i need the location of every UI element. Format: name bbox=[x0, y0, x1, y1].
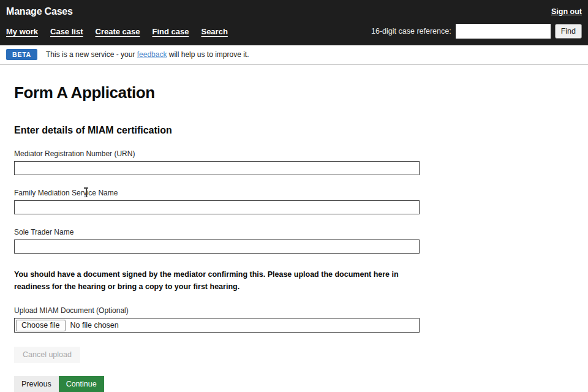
phase-banner-text: This is a new service - your feedback wi… bbox=[46, 50, 249, 59]
main-nav: My work Case list Create case Find case … bbox=[6, 27, 228, 36]
nav-item-search[interactable]: Search bbox=[201, 27, 227, 36]
miam-document-file-input[interactable]: Choose file No file chosen bbox=[14, 318, 420, 333]
upload-note: You should have a document signed by the… bbox=[14, 268, 423, 293]
phase-text-before: This is a new service - your bbox=[46, 50, 137, 59]
previous-button[interactable]: Previous bbox=[14, 376, 59, 392]
phase-text-after: will help us to improve it. bbox=[167, 50, 249, 59]
nav-item-case-list[interactable]: Case list bbox=[50, 27, 83, 36]
choose-file-button[interactable]: Choose file bbox=[16, 320, 66, 331]
case-reference-label: 16-digit case reference: bbox=[371, 27, 451, 36]
family-mediation-service-name-label: Family Mediation Service Name bbox=[14, 189, 420, 197]
form-navigation-buttons: Previous Continue bbox=[14, 376, 588, 392]
continue-button[interactable]: Continue bbox=[59, 376, 104, 392]
mediator-registration-number-label: Mediator Registration Number (URN) bbox=[14, 149, 420, 158]
beta-tag: BETA bbox=[6, 49, 37, 60]
app-title: Manage Cases bbox=[6, 6, 73, 17]
find-button[interactable]: Find bbox=[555, 24, 582, 39]
upload-miam-document-label: Upload MIAM Document (Optional) bbox=[14, 306, 420, 315]
phase-banner: BETA This is a new service - your feedba… bbox=[0, 45, 588, 65]
case-reference-search: 16-digit case reference: Find bbox=[371, 24, 582, 39]
field-family-mediation-service-name: Family Mediation Service Name bbox=[14, 189, 420, 214]
site-header: Manage Cases Sign out My work Case list … bbox=[0, 0, 588, 45]
feedback-link[interactable]: feedback bbox=[137, 50, 167, 59]
cancel-upload-button[interactable]: Cancel upload bbox=[14, 347, 80, 363]
no-file-chosen-text: No file chosen bbox=[70, 321, 119, 330]
field-sole-trader-name: Sole Trader Name bbox=[14, 228, 420, 254]
page-title: Form A Application bbox=[14, 83, 588, 102]
family-mediation-service-name-input[interactable] bbox=[14, 200, 420, 214]
field-upload-miam-document: Upload MIAM Document (Optional) Choose f… bbox=[14, 306, 420, 333]
sole-trader-name-input[interactable] bbox=[14, 239, 420, 254]
mediator-registration-number-input[interactable] bbox=[14, 161, 420, 175]
case-reference-input[interactable] bbox=[456, 24, 551, 39]
nav-item-my-work[interactable]: My work bbox=[6, 27, 38, 36]
nav-item-find-case[interactable]: Find case bbox=[153, 27, 189, 36]
sole-trader-name-label: Sole Trader Name bbox=[14, 228, 420, 236]
main-content: Form A Application Enter details of MIAM… bbox=[0, 83, 588, 392]
nav-item-create-case[interactable]: Create case bbox=[96, 27, 140, 36]
field-mediator-registration-number: Mediator Registration Number (URN) bbox=[14, 149, 420, 175]
sign-out-link[interactable]: Sign out bbox=[551, 7, 582, 16]
section-title: Enter details of MIAM certification bbox=[14, 125, 588, 136]
